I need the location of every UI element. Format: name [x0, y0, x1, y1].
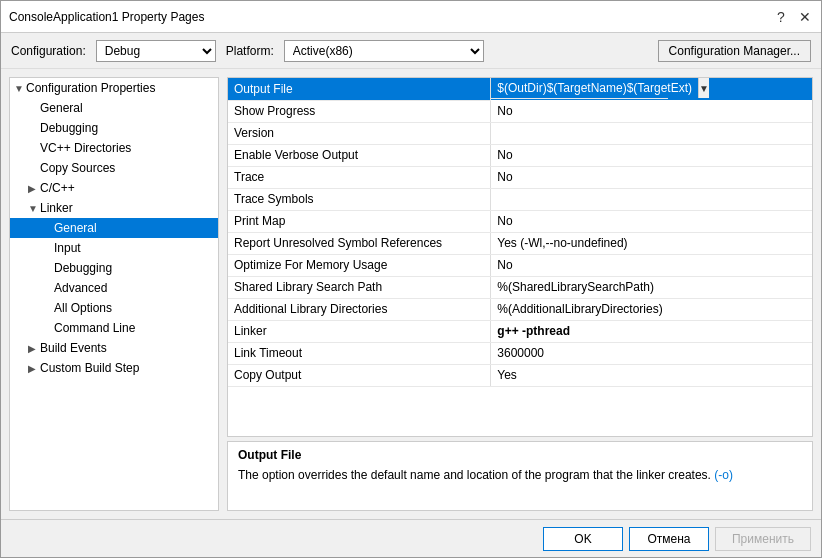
window-title: ConsoleApplication1 Property Pages: [9, 10, 204, 24]
platform-select[interactable]: Active(x86): [284, 40, 484, 62]
sidebar-item-debugging[interactable]: Debugging: [10, 118, 218, 138]
prop-value-7: Yes (-Wl,--no-undefined): [491, 232, 812, 254]
close-button[interactable]: ✕: [797, 9, 813, 25]
prop-name-4: Trace: [228, 166, 491, 188]
sidebar-item-linker-all-options[interactable]: All Options: [10, 298, 218, 318]
prop-value-1: No: [491, 100, 812, 122]
prop-name-13: Copy Output: [228, 364, 491, 386]
info-description: The option overrides the default name an…: [238, 468, 714, 482]
sidebar-tree: ▼ Configuration Properties General Debug…: [9, 77, 219, 511]
button-row: OK Отмена Применить: [1, 519, 821, 557]
sidebar-label-linker-advanced: Advanced: [54, 281, 107, 295]
prop-value-10: %(AdditionalLibraryDirectories): [491, 298, 812, 320]
prop-value-13: Yes: [491, 364, 812, 386]
prop-name-11: Linker: [228, 320, 491, 342]
property-table: Output File$(OutDir)$(TargetName)$(Targe…: [228, 78, 812, 387]
sidebar-item-linker-general[interactable]: General: [10, 218, 218, 238]
info-text: The option overrides the default name an…: [238, 466, 802, 484]
cancel-button[interactable]: Отмена: [629, 527, 709, 551]
content-area: Output File$(OutDir)$(TargetName)$(Targe…: [227, 77, 813, 511]
prop-row-11[interactable]: Linkerg++ -pthread: [228, 320, 812, 342]
prop-value-2: [491, 122, 812, 144]
prop-dropdown-arrow-0[interactable]: ▼: [698, 78, 709, 98]
prop-row-1[interactable]: Show ProgressNo: [228, 100, 812, 122]
sidebar-item-build-events[interactable]: ▶ Build Events: [10, 338, 218, 358]
prop-row-4[interactable]: TraceNo: [228, 166, 812, 188]
prop-row-5[interactable]: Trace Symbols: [228, 188, 812, 210]
sidebar-item-custom-build-step[interactable]: ▶ Custom Build Step: [10, 358, 218, 378]
prop-row-3[interactable]: Enable Verbose OutputNo: [228, 144, 812, 166]
apply-button[interactable]: Применить: [715, 527, 811, 551]
prop-row-6[interactable]: Print MapNo: [228, 210, 812, 232]
property-pages-window: ConsoleApplication1 Property Pages ? ✕ C…: [0, 0, 822, 558]
prop-name-1: Show Progress: [228, 100, 491, 122]
prop-name-2: Version: [228, 122, 491, 144]
prop-row-12[interactable]: Link Timeout3600000: [228, 342, 812, 364]
sidebar-label-vc-directories: VC++ Directories: [40, 141, 131, 155]
prop-name-9: Shared Library Search Path: [228, 276, 491, 298]
expand-icon-cpp: ▶: [28, 183, 40, 194]
sidebar-label-linker-command-line: Command Line: [54, 321, 135, 335]
info-title: Output File: [238, 448, 802, 462]
sidebar-item-linker-debugging[interactable]: Debugging: [10, 258, 218, 278]
prop-name-7: Report Unresolved Symbol References: [228, 232, 491, 254]
configuration-row: Configuration: Debug Platform: Active(x8…: [1, 33, 821, 69]
sidebar-label-debugging: Debugging: [40, 121, 98, 135]
sidebar-label-configuration-properties: Configuration Properties: [26, 81, 155, 95]
sidebar-item-linker-input[interactable]: Input: [10, 238, 218, 258]
sidebar-item-cpp[interactable]: ▶ C/C++: [10, 178, 218, 198]
expand-icon-linker: ▼: [28, 203, 40, 214]
sidebar-item-linker-advanced[interactable]: Advanced: [10, 278, 218, 298]
configuration-manager-button[interactable]: Configuration Manager...: [658, 40, 811, 62]
ok-button[interactable]: OK: [543, 527, 623, 551]
prop-row-13[interactable]: Copy OutputYes: [228, 364, 812, 386]
prop-value-9: %(SharedLibrarySearchPath): [491, 276, 812, 298]
sidebar-label-general: General: [40, 101, 83, 115]
sidebar-item-linker[interactable]: ▼ Linker: [10, 198, 218, 218]
sidebar-label-linker-input: Input: [54, 241, 81, 255]
sidebar-label-build-events: Build Events: [40, 341, 107, 355]
title-bar: ConsoleApplication1 Property Pages ? ✕: [1, 1, 821, 33]
sidebar-item-vc-directories[interactable]: VC++ Directories: [10, 138, 218, 158]
sidebar-item-linker-command-line[interactable]: Command Line: [10, 318, 218, 338]
title-bar-controls: ? ✕: [773, 9, 813, 25]
prop-row-2[interactable]: Version: [228, 122, 812, 144]
info-link[interactable]: (-o): [714, 468, 733, 482]
sidebar-label-linker: Linker: [40, 201, 73, 215]
prop-name-12: Link Timeout: [228, 342, 491, 364]
prop-row-9[interactable]: Shared Library Search Path%(SharedLibrar…: [228, 276, 812, 298]
sidebar-label-linker-all-options: All Options: [54, 301, 112, 315]
prop-row-7[interactable]: Report Unresolved Symbol ReferencesYes (…: [228, 232, 812, 254]
prop-value-3: No: [491, 144, 812, 166]
prop-value-4: No: [491, 166, 812, 188]
prop-row-10[interactable]: Additional Library Directories%(Addition…: [228, 298, 812, 320]
prop-value-6: No: [491, 210, 812, 232]
prop-row-8[interactable]: Optimize For Memory UsageNo: [228, 254, 812, 276]
prop-row-0[interactable]: Output File$(OutDir)$(TargetName)$(Targe…: [228, 78, 812, 100]
prop-value-text-0: $(OutDir)$(TargetName)$(TargetExt): [491, 79, 698, 97]
prop-name-6: Print Map: [228, 210, 491, 232]
property-table-container: Output File$(OutDir)$(TargetName)$(Targe…: [227, 77, 813, 437]
sidebar-label-copy-sources: Copy Sources: [40, 161, 115, 175]
sidebar-label-custom-build-step: Custom Build Step: [40, 361, 139, 375]
platform-label: Platform:: [226, 44, 274, 58]
sidebar-item-general[interactable]: General: [10, 98, 218, 118]
prop-name-8: Optimize For Memory Usage: [228, 254, 491, 276]
sidebar-label-cpp: C/C++: [40, 181, 75, 195]
configuration-label: Configuration:: [11, 44, 86, 58]
sidebar-label-linker-debugging: Debugging: [54, 261, 112, 275]
prop-value-12: 3600000: [491, 342, 812, 364]
prop-value-8: No: [491, 254, 812, 276]
expand-icon-build-events: ▶: [28, 343, 40, 354]
prop-value-0[interactable]: $(OutDir)$(TargetName)$(TargetExt)▼: [491, 78, 667, 99]
prop-value-5: [491, 188, 812, 210]
prop-name-0: Output File: [228, 78, 491, 100]
expand-icon-configuration-properties: ▼: [14, 83, 26, 94]
prop-value-11: g++ -pthread: [491, 320, 812, 342]
prop-name-3: Enable Verbose Output: [228, 144, 491, 166]
help-button[interactable]: ?: [773, 9, 789, 25]
configuration-select[interactable]: Debug: [96, 40, 216, 62]
sidebar-item-copy-sources[interactable]: Copy Sources: [10, 158, 218, 178]
sidebar-item-configuration-properties[interactable]: ▼ Configuration Properties: [10, 78, 218, 98]
expand-icon-custom-build-step: ▶: [28, 363, 40, 374]
